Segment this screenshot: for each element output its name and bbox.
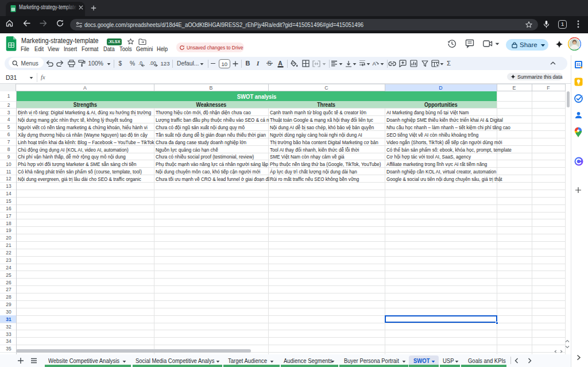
svg-text:31: 31 [576,63,581,67]
svg-text:A: A [278,60,283,67]
svg-text:A: A [373,60,377,67]
